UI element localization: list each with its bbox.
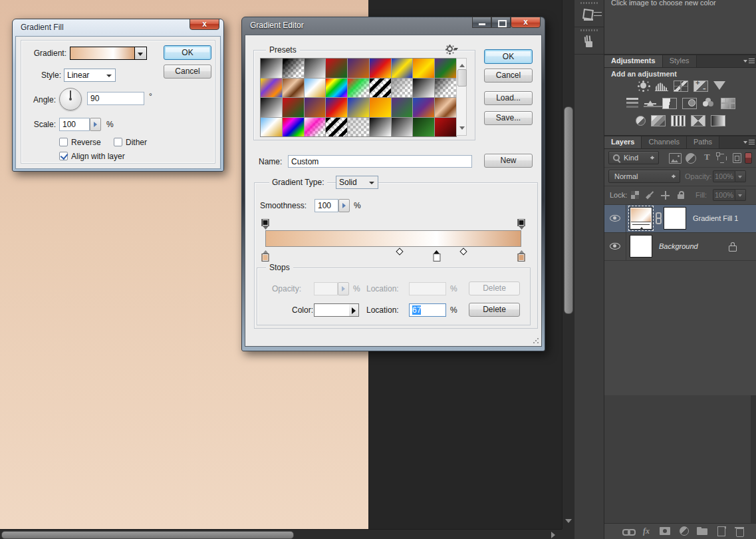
new-button[interactable]: New	[484, 154, 533, 168]
close-icon[interactable]	[189, 19, 219, 30]
gradient-preset-swatch[interactable]	[392, 79, 413, 98]
mixer-adjustment-icon[interactable]	[702, 98, 715, 108]
layer-visibility-eye-icon[interactable]	[610, 243, 620, 250]
gradient-preset-swatch[interactable]	[348, 118, 369, 137]
midpoint-diamond[interactable]	[460, 248, 467, 255]
gradient-preset-swatch[interactable]	[435, 98, 456, 117]
color-stop[interactable]	[517, 247, 526, 260]
add-layer-mask-icon[interactable]	[659, 526, 674, 537]
gradient-preset-swatch[interactable]	[413, 118, 434, 137]
save-button[interactable]: Save...	[484, 111, 533, 125]
location-input[interactable]: 67	[409, 303, 446, 317]
layers-scrollbar-track[interactable]	[751, 395, 756, 523]
blend-mode-dropdown[interactable]: Normal	[608, 170, 680, 183]
gradient-preset-swatch[interactable]	[392, 59, 413, 78]
gradient-preset-swatch[interactable]	[261, 59, 282, 78]
fill-value[interactable]: 100%	[713, 189, 735, 201]
gradient-preset-swatch[interactable]	[326, 59, 347, 78]
vertical-scrollbar-thumb[interactable]	[564, 106, 573, 314]
ok-button[interactable]: OK	[164, 45, 211, 60]
gradient-preset-swatch[interactable]	[305, 98, 326, 117]
exposure-adjustment-icon[interactable]	[693, 81, 708, 92]
new-group-icon[interactable]	[696, 526, 711, 537]
panel-menu-icon[interactable]	[739, 136, 756, 148]
lock-image-pixels-icon[interactable]	[646, 190, 656, 200]
gradient-preset-swatch[interactable]	[305, 59, 326, 78]
balance-adjustment-icon[interactable]	[644, 98, 657, 108]
lookup-adjustment-icon[interactable]	[721, 98, 735, 109]
reverse-checkbox[interactable]	[59, 138, 68, 146]
layer-name[interactable]: Background	[659, 242, 698, 250]
color-stops-strip[interactable]	[265, 247, 521, 260]
lock-position-icon[interactable]	[660, 191, 670, 200]
layer-style-fx-icon[interactable]	[640, 526, 655, 537]
horizontal-scrollbar[interactable]	[0, 529, 562, 539]
gear-icon[interactable]	[445, 44, 453, 53]
invert-adjustment-icon[interactable]	[636, 116, 646, 126]
horizontal-scrollbar-thumb[interactable]	[1, 531, 294, 539]
midpoint-diamond[interactable]	[396, 248, 403, 255]
ok-button[interactable]: OK	[484, 49, 533, 64]
tab-styles[interactable]: Styles	[663, 55, 697, 67]
smoothness-spinner-button[interactable]	[338, 199, 350, 212]
scroll-down-arrow-icon[interactable]	[459, 126, 465, 132]
resize-grip[interactable]	[533, 337, 539, 344]
layer-name[interactable]: Gradient Fill 1	[693, 214, 738, 222]
layer-mask-thumbnail[interactable]	[664, 207, 686, 230]
load-button[interactable]: Load...	[484, 91, 533, 105]
gradient-preview-button[interactable]	[70, 47, 135, 60]
link-layers-icon[interactable]	[622, 526, 636, 537]
lock-all-icon[interactable]	[676, 190, 686, 200]
gradient-preset-swatch[interactable]	[370, 118, 391, 137]
gradient-preset-swatch[interactable]	[435, 118, 456, 137]
gradient-preset-swatch[interactable]	[283, 79, 304, 98]
scroll-right-arrow-icon[interactable]	[551, 532, 559, 538]
dither-checkbox[interactable]	[114, 138, 122, 146]
gradient-preset-swatch[interactable]	[283, 59, 304, 78]
gradient-preset-swatch[interactable]	[370, 79, 391, 98]
color-stop[interactable]	[261, 247, 270, 260]
gradient-preset-swatch[interactable]	[370, 98, 391, 117]
filter-smart-object-icon[interactable]	[733, 153, 741, 163]
opacity-stop[interactable]	[517, 219, 526, 230]
tab-paths[interactable]: Paths	[687, 136, 719, 148]
panel-menu-icon[interactable]	[739, 55, 756, 67]
layer-row-gradient-fill[interactable]: Gradient Fill 1	[604, 205, 756, 233]
scale-input[interactable]: 100	[59, 118, 90, 131]
gradient-preset-swatch[interactable]	[326, 79, 347, 98]
gradient-preview-bar[interactable]	[265, 230, 521, 247]
color-stop[interactable]	[432, 247, 441, 260]
layer-mask-link-icon[interactable]	[655, 212, 661, 224]
align-with-layer-checkbox[interactable]	[59, 152, 68, 160]
vibrance-adjustment-icon[interactable]	[713, 81, 725, 96]
vertical-scrollbar[interactable]	[562, 0, 574, 529]
gradient-dropdown-arrow[interactable]	[135, 47, 147, 60]
tab-adjustments[interactable]: Adjustments	[604, 55, 663, 67]
bw-adjustment-icon[interactable]	[662, 98, 677, 109]
gradient-preset-swatch[interactable]	[392, 118, 413, 137]
gradient-preset-swatch[interactable]	[370, 59, 391, 78]
layer-filter-kind-dropdown[interactable]: Kind	[608, 151, 659, 164]
gradient-preset-swatch[interactable]	[305, 79, 326, 98]
color-swatch-button[interactable]	[314, 303, 350, 317]
photofilter-adjustment-icon[interactable]	[682, 98, 697, 109]
close-icon[interactable]	[511, 17, 541, 28]
fill-dropdown-arrow[interactable]	[735, 189, 746, 201]
presets-scrollbar-thumb[interactable]	[457, 69, 467, 87]
gradient-preset-swatch[interactable]	[413, 79, 434, 98]
delete-layer-icon[interactable]	[733, 526, 748, 537]
gradient-preset-swatch[interactable]	[261, 79, 282, 98]
filter-adjustment-layers-icon[interactable]	[686, 153, 696, 164]
opacity-stops-strip[interactable]	[265, 219, 521, 230]
gradmap-adjustment-icon[interactable]	[711, 115, 725, 126]
curves-adjustment-icon[interactable]	[674, 81, 688, 92]
gradient-preset-swatch[interactable]	[326, 118, 347, 137]
scroll-up-arrow-icon[interactable]	[459, 61, 465, 67]
name-input[interactable]: Custom	[288, 155, 472, 168]
delete-color-button[interactable]: Delete	[469, 303, 520, 317]
layer-visibility-eye-icon[interactable]	[610, 215, 620, 222]
gradient-preset-swatch[interactable]	[413, 59, 434, 78]
lock-transparent-pixels-icon[interactable]	[631, 191, 639, 199]
gradient-preset-swatch[interactable]	[261, 98, 282, 117]
scale-spinner-button[interactable]	[90, 118, 101, 131]
